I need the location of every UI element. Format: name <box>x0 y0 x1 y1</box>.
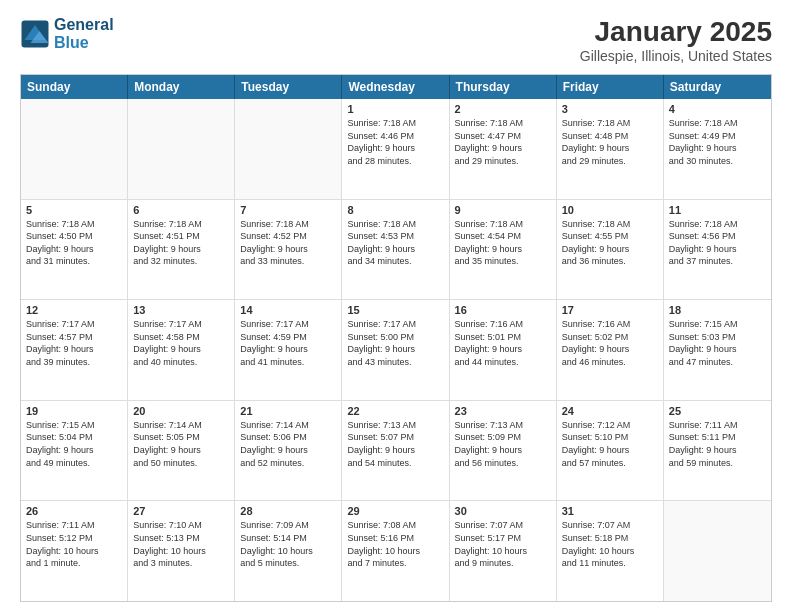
day-number: 26 <box>26 505 122 517</box>
calendar-cell <box>235 99 342 199</box>
day-info: Sunrise: 7:18 AMSunset: 4:51 PMDaylight:… <box>133 218 229 268</box>
calendar-cell <box>664 501 771 601</box>
day-number: 25 <box>669 405 766 417</box>
calendar-cell <box>21 99 128 199</box>
day-number: 19 <box>26 405 122 417</box>
day-info: Sunrise: 7:18 AMSunset: 4:56 PMDaylight:… <box>669 218 766 268</box>
day-info: Sunrise: 7:18 AMSunset: 4:48 PMDaylight:… <box>562 117 658 167</box>
day-info: Sunrise: 7:12 AMSunset: 5:10 PMDaylight:… <box>562 419 658 469</box>
calendar-cell: 2Sunrise: 7:18 AMSunset: 4:47 PMDaylight… <box>450 99 557 199</box>
day-info: Sunrise: 7:17 AMSunset: 4:57 PMDaylight:… <box>26 318 122 368</box>
calendar-cell: 28Sunrise: 7:09 AMSunset: 5:14 PMDayligh… <box>235 501 342 601</box>
day-number: 23 <box>455 405 551 417</box>
day-info: Sunrise: 7:11 AMSunset: 5:12 PMDaylight:… <box>26 519 122 569</box>
day-number: 29 <box>347 505 443 517</box>
day-info: Sunrise: 7:17 AMSunset: 5:00 PMDaylight:… <box>347 318 443 368</box>
calendar-cell: 3Sunrise: 7:18 AMSunset: 4:48 PMDaylight… <box>557 99 664 199</box>
day-info: Sunrise: 7:13 AMSunset: 5:09 PMDaylight:… <box>455 419 551 469</box>
logo-text: General Blue <box>54 16 114 51</box>
day-info: Sunrise: 7:15 AMSunset: 5:04 PMDaylight:… <box>26 419 122 469</box>
calendar-header-row: SundayMondayTuesdayWednesdayThursdayFrid… <box>21 75 771 99</box>
calendar-cell: 1Sunrise: 7:18 AMSunset: 4:46 PMDaylight… <box>342 99 449 199</box>
day-info: Sunrise: 7:15 AMSunset: 5:03 PMDaylight:… <box>669 318 766 368</box>
day-info: Sunrise: 7:18 AMSunset: 4:52 PMDaylight:… <box>240 218 336 268</box>
day-info: Sunrise: 7:07 AMSunset: 5:17 PMDaylight:… <box>455 519 551 569</box>
calendar-cell: 25Sunrise: 7:11 AMSunset: 5:11 PMDayligh… <box>664 401 771 501</box>
day-info: Sunrise: 7:14 AMSunset: 5:06 PMDaylight:… <box>240 419 336 469</box>
calendar-cell: 9Sunrise: 7:18 AMSunset: 4:54 PMDaylight… <box>450 200 557 300</box>
weekday-header: Sunday <box>21 75 128 99</box>
day-number: 13 <box>133 304 229 316</box>
day-info: Sunrise: 7:18 AMSunset: 4:49 PMDaylight:… <box>669 117 766 167</box>
weekday-header: Wednesday <box>342 75 449 99</box>
calendar-cell: 24Sunrise: 7:12 AMSunset: 5:10 PMDayligh… <box>557 401 664 501</box>
day-info: Sunrise: 7:18 AMSunset: 4:47 PMDaylight:… <box>455 117 551 167</box>
calendar-cell: 18Sunrise: 7:15 AMSunset: 5:03 PMDayligh… <box>664 300 771 400</box>
day-number: 12 <box>26 304 122 316</box>
day-number: 14 <box>240 304 336 316</box>
calendar: SundayMondayTuesdayWednesdayThursdayFrid… <box>20 74 772 602</box>
weekday-header: Tuesday <box>235 75 342 99</box>
calendar-cell: 17Sunrise: 7:16 AMSunset: 5:02 PMDayligh… <box>557 300 664 400</box>
calendar-cell: 13Sunrise: 7:17 AMSunset: 4:58 PMDayligh… <box>128 300 235 400</box>
day-info: Sunrise: 7:18 AMSunset: 4:55 PMDaylight:… <box>562 218 658 268</box>
calendar-cell: 22Sunrise: 7:13 AMSunset: 5:07 PMDayligh… <box>342 401 449 501</box>
calendar-cell: 21Sunrise: 7:14 AMSunset: 5:06 PMDayligh… <box>235 401 342 501</box>
day-info: Sunrise: 7:18 AMSunset: 4:53 PMDaylight:… <box>347 218 443 268</box>
day-number: 31 <box>562 505 658 517</box>
logo-area: General Blue <box>20 16 114 51</box>
calendar-week: 19Sunrise: 7:15 AMSunset: 5:04 PMDayligh… <box>21 401 771 502</box>
day-number: 27 <box>133 505 229 517</box>
day-info: Sunrise: 7:09 AMSunset: 5:14 PMDaylight:… <box>240 519 336 569</box>
day-info: Sunrise: 7:16 AMSunset: 5:01 PMDaylight:… <box>455 318 551 368</box>
calendar-cell: 5Sunrise: 7:18 AMSunset: 4:50 PMDaylight… <box>21 200 128 300</box>
day-info: Sunrise: 7:10 AMSunset: 5:13 PMDaylight:… <box>133 519 229 569</box>
day-number: 18 <box>669 304 766 316</box>
calendar-subtitle: Gillespie, Illinois, United States <box>580 48 772 64</box>
day-info: Sunrise: 7:07 AMSunset: 5:18 PMDaylight:… <box>562 519 658 569</box>
day-number: 8 <box>347 204 443 216</box>
calendar-cell: 26Sunrise: 7:11 AMSunset: 5:12 PMDayligh… <box>21 501 128 601</box>
calendar-cell: 19Sunrise: 7:15 AMSunset: 5:04 PMDayligh… <box>21 401 128 501</box>
weekday-header: Monday <box>128 75 235 99</box>
day-number: 24 <box>562 405 658 417</box>
weekday-header: Friday <box>557 75 664 99</box>
day-number: 9 <box>455 204 551 216</box>
weekday-header: Thursday <box>450 75 557 99</box>
calendar-cell <box>128 99 235 199</box>
calendar-cell: 12Sunrise: 7:17 AMSunset: 4:57 PMDayligh… <box>21 300 128 400</box>
day-info: Sunrise: 7:18 AMSunset: 4:46 PMDaylight:… <box>347 117 443 167</box>
calendar-title: January 2025 <box>580 16 772 48</box>
day-number: 7 <box>240 204 336 216</box>
calendar-week: 1Sunrise: 7:18 AMSunset: 4:46 PMDaylight… <box>21 99 771 200</box>
day-number: 15 <box>347 304 443 316</box>
calendar-cell: 31Sunrise: 7:07 AMSunset: 5:18 PMDayligh… <box>557 501 664 601</box>
day-info: Sunrise: 7:18 AMSunset: 4:54 PMDaylight:… <box>455 218 551 268</box>
day-number: 17 <box>562 304 658 316</box>
calendar-cell: 16Sunrise: 7:16 AMSunset: 5:01 PMDayligh… <box>450 300 557 400</box>
day-number: 20 <box>133 405 229 417</box>
calendar-cell: 20Sunrise: 7:14 AMSunset: 5:05 PMDayligh… <box>128 401 235 501</box>
day-info: Sunrise: 7:11 AMSunset: 5:11 PMDaylight:… <box>669 419 766 469</box>
day-info: Sunrise: 7:13 AMSunset: 5:07 PMDaylight:… <box>347 419 443 469</box>
day-number: 10 <box>562 204 658 216</box>
header: General Blue January 2025 Gillespie, Ill… <box>20 16 772 64</box>
day-info: Sunrise: 7:14 AMSunset: 5:05 PMDaylight:… <box>133 419 229 469</box>
day-number: 21 <box>240 405 336 417</box>
calendar-cell: 6Sunrise: 7:18 AMSunset: 4:51 PMDaylight… <box>128 200 235 300</box>
day-info: Sunrise: 7:16 AMSunset: 5:02 PMDaylight:… <box>562 318 658 368</box>
calendar-cell: 29Sunrise: 7:08 AMSunset: 5:16 PMDayligh… <box>342 501 449 601</box>
day-number: 4 <box>669 103 766 115</box>
calendar-cell: 14Sunrise: 7:17 AMSunset: 4:59 PMDayligh… <box>235 300 342 400</box>
day-info: Sunrise: 7:17 AMSunset: 4:59 PMDaylight:… <box>240 318 336 368</box>
day-number: 22 <box>347 405 443 417</box>
calendar-week: 12Sunrise: 7:17 AMSunset: 4:57 PMDayligh… <box>21 300 771 401</box>
day-number: 16 <box>455 304 551 316</box>
calendar-cell: 23Sunrise: 7:13 AMSunset: 5:09 PMDayligh… <box>450 401 557 501</box>
day-info: Sunrise: 7:18 AMSunset: 4:50 PMDaylight:… <box>26 218 122 268</box>
day-number: 5 <box>26 204 122 216</box>
day-number: 6 <box>133 204 229 216</box>
calendar-cell: 27Sunrise: 7:10 AMSunset: 5:13 PMDayligh… <box>128 501 235 601</box>
day-number: 11 <box>669 204 766 216</box>
logo-icon <box>20 19 50 49</box>
